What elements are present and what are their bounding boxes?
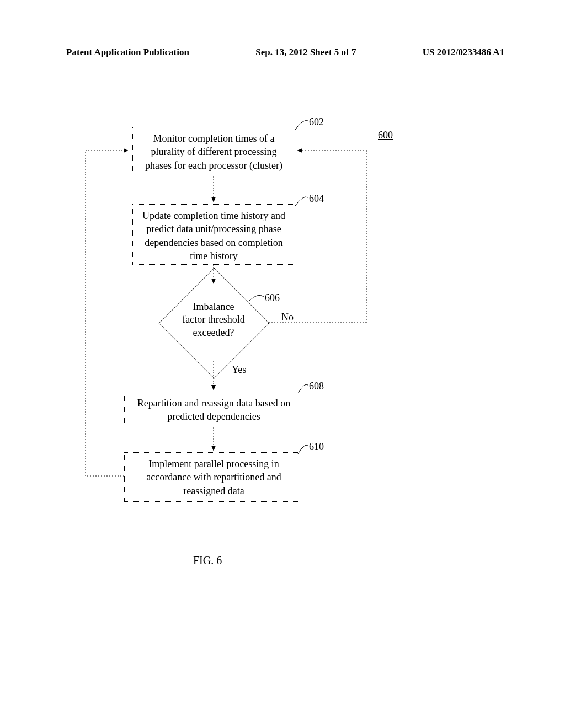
svg-marker-3 — [211, 197, 216, 202]
svg-marker-11 — [211, 385, 216, 390]
svg-marker-1 — [124, 148, 128, 153]
ref-610: 610 — [309, 441, 324, 453]
connectors-svg — [0, 108, 565, 631]
figure-caption: FIG. 6 — [193, 554, 222, 567]
process-box-608: Repartition and reassign data based on p… — [124, 392, 303, 427]
page-header: Patent Application Publication Sep. 13, … — [0, 47, 565, 58]
label-no: No — [281, 312, 294, 323]
header-left: Patent Application Publication — [66, 47, 189, 58]
decision-606-line3: exceeded? — [193, 327, 234, 338]
ref-604: 604 — [309, 193, 324, 205]
svg-marker-13 — [211, 446, 216, 451]
decision-606-line1: Imbalance — [193, 301, 234, 312]
process-box-610: Implement parallel processing in accorda… — [124, 452, 303, 502]
svg-marker-9 — [297, 148, 302, 153]
process-box-604: Update completion time history and predi… — [132, 204, 295, 265]
decision-606-line2: factor threshold — [182, 314, 244, 325]
header-right: US 2012/0233486 A1 — [423, 47, 504, 58]
ref-608: 608 — [309, 381, 324, 392]
ref-602: 602 — [309, 116, 324, 128]
process-box-602: Monitor completion times of a plurality … — [132, 127, 295, 176]
decision-606-text: Imbalance factor threshold exceeded? — [158, 301, 269, 339]
header-center: Sep. 13, 2012 Sheet 5 of 7 — [255, 47, 356, 58]
label-yes: Yes — [232, 364, 246, 376]
figure-600: 600 602 604 606 608 610 Monitor completi… — [0, 108, 565, 631]
ref-600: 600 — [378, 130, 393, 141]
